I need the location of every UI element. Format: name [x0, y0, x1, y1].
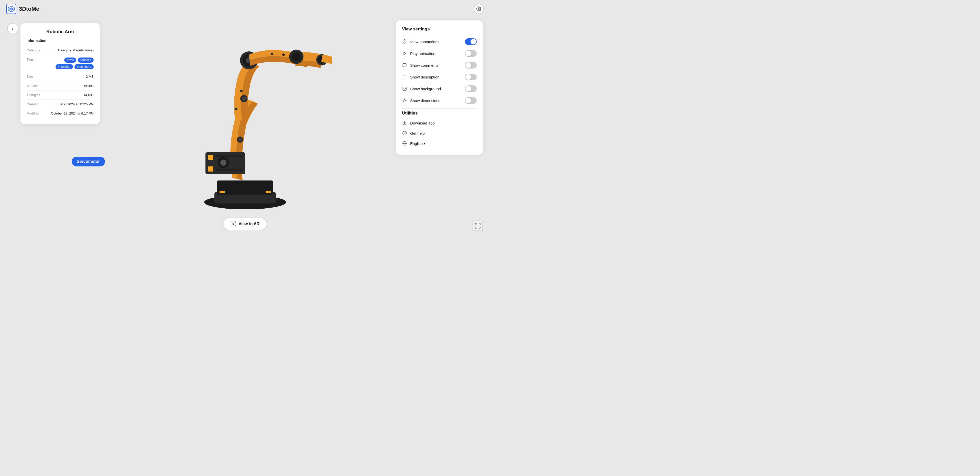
svg-point-33 [232, 223, 234, 225]
svg-line-44 [404, 100, 406, 100]
tag-industrial[interactable]: industrial [56, 64, 73, 69]
svg-point-40 [404, 88, 404, 88]
modified-label: Modified [27, 111, 47, 115]
show-description-toggle[interactable] [465, 74, 477, 80]
info-panel: Robotic Arm Information Category Design … [21, 23, 100, 124]
show-description-label: Show description [410, 75, 439, 79]
chevron-down-icon: ▾ [424, 141, 426, 146]
header: 3DtoMe [0, 0, 490, 18]
download-app-row[interactable]: Download app [402, 118, 477, 128]
show-comments-label: Show comments [410, 63, 439, 68]
show-dimensions-label: Show dimensions [410, 98, 441, 103]
category-value: Design & Manufacturing [58, 48, 94, 52]
show-comments-toggle[interactable] [465, 62, 477, 68]
svg-point-30 [240, 90, 243, 92]
download-app-label: Download app [410, 121, 435, 125]
annotation-servo-text: Servomotor [77, 159, 100, 163]
download-icon [402, 121, 407, 125]
svg-rect-8 [217, 181, 273, 195]
language-dropdown[interactable]: English ▾ [410, 141, 426, 146]
size-value: 2 MB [86, 75, 94, 78]
info-row-size: Size 2 MB [27, 72, 94, 81]
svg-rect-10 [266, 191, 271, 193]
svg-rect-9 [220, 191, 225, 193]
fullscreen-button[interactable] [473, 221, 483, 231]
play-animation-toggle[interactable] [465, 50, 477, 57]
svg-point-5 [478, 8, 479, 10]
app-name: 3DtoMe [19, 6, 39, 12]
svg-point-32 [282, 54, 285, 56]
view-annotations-label: View annotations [410, 40, 439, 44]
global-settings-button[interactable] [474, 4, 484, 14]
tags-label: Tags [27, 57, 47, 61]
size-label: Size [27, 75, 47, 78]
info-row-created: Created July 9, 2024 at 12:25 PM [27, 100, 94, 109]
background-icon [402, 86, 407, 91]
get-help-row[interactable]: Get help [402, 128, 477, 138]
fullscreen-icon [474, 222, 481, 229]
info-section-label: Information [27, 39, 94, 43]
pin-icon [402, 39, 407, 44]
info-row-vertices: Vertices 16,492 [27, 81, 94, 90]
settings-panel: View settings View annotations Play anim… [396, 21, 483, 155]
ar-icon [231, 221, 236, 227]
show-dimensions-toggle[interactable] [465, 97, 477, 104]
view-settings-title: View settings [402, 27, 477, 32]
settings-row-show-background: Show background [402, 83, 477, 95]
robot-arm-model [158, 27, 332, 211]
info-row-triangles: Triangles 14,691 [27, 90, 94, 100]
logo-icon [6, 4, 16, 14]
logo-area: 3DtoMe [6, 4, 39, 14]
play-animation-label: Play animation [410, 51, 435, 56]
settings-row-show-description: Show description [402, 71, 477, 83]
info-row-modified: Modified October 28, 2024 at 6:17 PM [27, 109, 94, 118]
info-row-tags: Tags arms robotics industrial machinery [27, 55, 94, 72]
get-help-label: Get help [410, 131, 425, 135]
svg-point-26 [239, 138, 242, 141]
settings-row-show-comments: Show comments [402, 59, 477, 71]
dimensions-icon [402, 98, 407, 103]
tag-machinery[interactable]: machinery [75, 64, 94, 69]
language-row[interactable]: English ▾ [402, 138, 477, 149]
annotation-servo[interactable]: Servomotor [72, 157, 105, 167]
globe-icon [402, 141, 407, 146]
settings-row-show-dimensions: Show dimensions [402, 95, 477, 106]
created-label: Created [27, 102, 47, 106]
view-annotations-toggle[interactable] [465, 38, 477, 45]
svg-point-34 [404, 41, 405, 42]
info-row-category: Category Design & Manufacturing [27, 46, 94, 55]
help-icon [402, 131, 407, 136]
view-ar-label: View in AR [239, 222, 260, 226]
svg-point-28 [242, 97, 246, 101]
svg-marker-35 [403, 52, 406, 55]
category-label: Category [27, 48, 47, 52]
show-background-toggle[interactable] [465, 86, 477, 92]
settings-row-play-animation: Play animation [402, 48, 477, 59]
description-icon [402, 75, 407, 79]
modified-value: October 28, 2024 at 6:17 PM [51, 111, 94, 115]
language-label: English [410, 141, 423, 146]
svg-rect-23 [216, 155, 243, 157]
comment-icon [402, 63, 407, 68]
info-panel-title: Robotic Arm [27, 29, 94, 35]
svg-point-29 [235, 108, 237, 110]
tag-arms[interactable]: arms [64, 57, 76, 63]
svg-point-43 [403, 102, 404, 102]
svg-point-42 [406, 100, 406, 101]
vertices-value: 16,492 [83, 84, 94, 88]
svg-rect-19 [208, 155, 213, 160]
created-value: July 9, 2024 at 12:25 PM [57, 102, 94, 106]
svg-point-22 [220, 160, 226, 166]
triangles-value: 14,691 [83, 93, 94, 97]
vertices-label: Vertices [27, 84, 47, 88]
tags-container: arms robotics industrial machinery [48, 57, 94, 69]
utilities-title: Utilities [402, 111, 477, 116]
info-button[interactable]: i [7, 23, 18, 34]
info-icon: i [12, 26, 13, 32]
view-ar-button[interactable]: View in AR [223, 217, 267, 230]
tag-robotics[interactable]: robotics [78, 57, 94, 63]
3d-viewer[interactable] [158, 27, 332, 211]
svg-point-17 [292, 52, 301, 61]
show-background-label: Show background [410, 87, 441, 91]
triangles-label: Triangles [27, 93, 47, 97]
